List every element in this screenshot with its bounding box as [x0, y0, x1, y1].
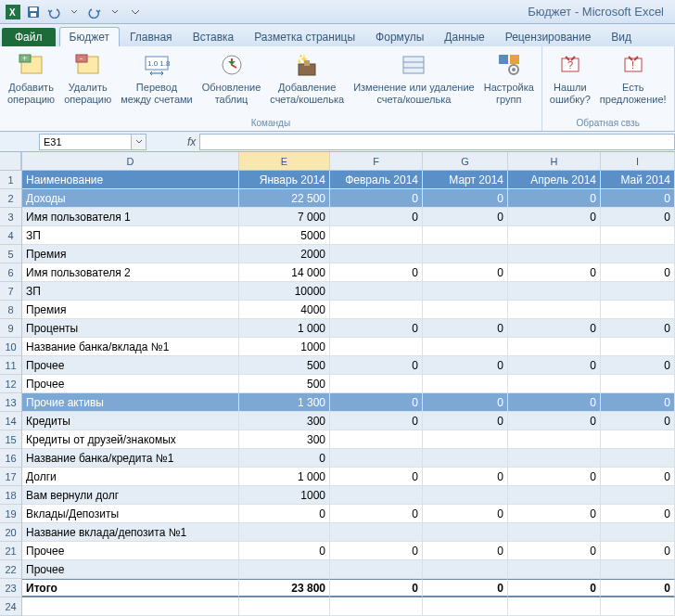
cell[interactable]: 4000 — [239, 301, 330, 319]
tab-formulas[interactable]: Формулы — [365, 27, 434, 46]
cell[interactable] — [508, 375, 601, 393]
select-all-corner[interactable] — [0, 152, 21, 171]
col-header-F[interactable]: F — [330, 152, 423, 170]
cell[interactable]: 0 — [508, 393, 601, 412]
add-account-button[interactable]: ✨ Добавление счета/кошелька — [266, 48, 348, 107]
cell[interactable]: 0 — [423, 263, 508, 282]
cell[interactable]: 300 — [239, 412, 330, 430]
cell[interactable]: 1 300 — [239, 393, 330, 412]
cell[interactable]: 0 — [423, 208, 508, 226]
cell[interactable]: 23 800 — [239, 579, 330, 597]
col-header-H[interactable]: H — [508, 152, 601, 170]
cell[interactable]: Вам вернули долг — [22, 486, 239, 505]
cell[interactable] — [423, 560, 508, 579]
cell[interactable]: Прочие активы — [22, 393, 239, 412]
cell[interactable] — [423, 486, 508, 505]
cell[interactable] — [330, 226, 423, 245]
cell[interactable]: 0 — [423, 542, 508, 560]
cell[interactable]: 0 — [601, 505, 675, 523]
cell[interactable] — [508, 523, 601, 542]
cell[interactable]: 500 — [239, 375, 330, 393]
cell[interactable]: 0 — [508, 319, 601, 338]
dropdown-icon[interactable] — [65, 3, 83, 21]
cell[interactable]: 300 — [239, 430, 330, 449]
cell[interactable]: 0 — [601, 208, 675, 226]
row-header[interactable]: 3 — [0, 208, 21, 226]
excel-icon[interactable]: X — [4, 3, 22, 21]
cell[interactable] — [601, 486, 675, 505]
cell[interactable]: 0 — [423, 189, 508, 208]
cell[interactable]: 0 — [423, 319, 508, 338]
row-header[interactable]: 16 — [0, 449, 21, 468]
suggestion-button[interactable]: ! Есть предложение! — [596, 48, 670, 107]
cell[interactable]: Название банка/кредита №1 — [22, 449, 239, 468]
refresh-tables-button[interactable]: Обновление таблиц — [198, 48, 265, 107]
cell[interactable] — [330, 560, 423, 579]
cell[interactable] — [423, 282, 508, 301]
cell[interactable]: 0 — [508, 189, 601, 208]
cell[interactable] — [330, 375, 423, 393]
cell[interactable] — [423, 597, 508, 616]
cell[interactable] — [239, 523, 330, 542]
row-header[interactable]: 15 — [0, 430, 21, 449]
cell[interactable] — [423, 245, 508, 263]
groups-settings-button[interactable]: Настройка групп — [480, 48, 538, 107]
cell[interactable]: 0 — [601, 542, 675, 560]
qat-customize-icon[interactable] — [126, 3, 145, 21]
cell[interactable]: 0 — [508, 468, 601, 486]
column-header-cell[interactable]: Март 2014 — [423, 171, 508, 189]
name-box-dropdown[interactable] — [132, 134, 146, 150]
cell[interactable]: 0 — [601, 468, 675, 486]
row-header[interactable]: 4 — [0, 226, 21, 245]
cell[interactable]: 10000 — [239, 282, 330, 301]
cell[interactable]: 0 — [423, 393, 508, 412]
cell[interactable]: Название банка/вклада №1 — [22, 338, 239, 356]
cell[interactable] — [601, 523, 675, 542]
column-header-cell[interactable]: Январь 2014 — [239, 171, 330, 189]
tab-data[interactable]: Данные — [434, 27, 494, 46]
cell[interactable] — [423, 449, 508, 468]
redo-icon[interactable] — [85, 3, 104, 21]
row-header[interactable]: 10 — [0, 338, 21, 356]
row-header[interactable]: 19 — [0, 505, 21, 523]
row-header[interactable]: 8 — [0, 301, 21, 319]
cell[interactable]: 0 — [508, 542, 601, 560]
cell[interactable]: 7 000 — [239, 208, 330, 226]
row-header[interactable]: 13 — [0, 393, 21, 412]
cell[interactable]: 0 — [601, 189, 675, 208]
cell[interactable] — [508, 597, 601, 616]
row-header[interactable]: 20 — [0, 523, 21, 542]
row-header[interactable]: 23 — [0, 579, 21, 597]
cell[interactable]: 0 — [330, 356, 423, 375]
cell[interactable]: Имя пользователя 2 — [22, 263, 239, 282]
cell[interactable]: Вклады/Депозиты — [22, 505, 239, 523]
cell[interactable] — [508, 449, 601, 468]
column-header-cell[interactable]: Апрель 2014 — [508, 171, 601, 189]
cell[interactable] — [601, 245, 675, 263]
row-header[interactable]: 6 — [0, 263, 21, 282]
cell[interactable]: 0 — [423, 579, 508, 597]
cell[interactable]: Прочее — [22, 542, 239, 560]
cell[interactable]: 1 000 — [239, 468, 330, 486]
add-operation-button[interactable]: + Добавить операцию — [4, 48, 58, 107]
cell[interactable] — [508, 430, 601, 449]
cell[interactable] — [601, 449, 675, 468]
row-header[interactable]: 22 — [0, 560, 21, 579]
grid-area[interactable]: D E F G H I НаименованиеЯнварь 2014Февра… — [22, 152, 675, 616]
cell[interactable]: Прочее — [22, 375, 239, 393]
row-header[interactable]: 5 — [0, 245, 21, 263]
row-header[interactable]: 1 — [0, 171, 21, 189]
cell[interactable]: 0 — [423, 468, 508, 486]
cell[interactable]: 0 — [330, 505, 423, 523]
cell[interactable]: 0 — [508, 579, 601, 597]
cell[interactable]: Кредиты от друзей/знакомых — [22, 430, 239, 449]
cell[interactable]: 500 — [239, 356, 330, 375]
col-header-I[interactable]: I — [601, 152, 675, 170]
cell[interactable] — [330, 430, 423, 449]
row-header[interactable]: 21 — [0, 542, 21, 560]
cell[interactable] — [330, 301, 423, 319]
formula-bar[interactable] — [199, 134, 675, 150]
cell[interactable]: 0 — [508, 505, 601, 523]
cell[interactable] — [508, 338, 601, 356]
cell[interactable]: 0 — [601, 356, 675, 375]
